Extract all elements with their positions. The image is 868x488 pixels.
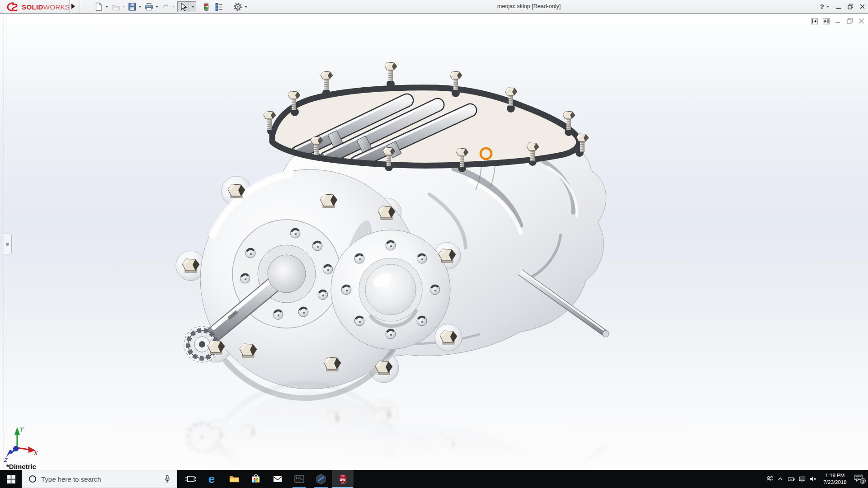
- view-orientation-label: *Dimetric: [6, 463, 36, 470]
- pane-left-icon[interactable]: [811, 17, 818, 25]
- svg-text:3: 3: [862, 479, 864, 483]
- command-prompt-button[interactable]: C:\_: [288, 470, 310, 488]
- restore-button[interactable]: [844, 0, 856, 13]
- select-dropdown-cell[interactable]: [189, 2, 196, 12]
- store-icon: [250, 473, 262, 485]
- gear-icon[interactable]: [232, 1, 243, 12]
- printer-icon[interactable]: [143, 1, 154, 12]
- brand-solid: SOLID: [22, 3, 43, 11]
- system-tray: 1:19 PM 7/23/2018 3: [764, 470, 868, 488]
- clock-date: 7/23/2018: [818, 479, 852, 486]
- search-input[interactable]: [41, 475, 163, 483]
- clock-time: 1:19 PM: [818, 472, 852, 479]
- file-properties-button[interactable]: [213, 1, 224, 12]
- network-icon[interactable]: [797, 470, 807, 488]
- show-desktop-button[interactable]: [866, 470, 868, 488]
- battery-icon[interactable]: [786, 470, 797, 488]
- print-button[interactable]: [143, 1, 158, 12]
- taskbar-search[interactable]: [22, 470, 177, 488]
- taskbar-apps: e: [180, 470, 354, 488]
- open-folder-icon: [110, 1, 121, 12]
- save-dropdown-caret[interactable]: [139, 6, 142, 8]
- people-icon[interactable]: [764, 470, 775, 488]
- document-restore-icon[interactable]: [846, 17, 854, 25]
- triad-x-label: X: [33, 450, 38, 456]
- windows-taskbar: e: [0, 470, 868, 488]
- triad-y-label: Y: [19, 427, 24, 433]
- save-button[interactable]: [127, 1, 142, 12]
- minimize-button[interactable]: [833, 0, 844, 13]
- gearbox-model[interactable]: [0, 14, 868, 470]
- cortana-icon: [28, 475, 37, 483]
- model-reflection: [176, 384, 609, 470]
- panel-tab-dot-icon: [6, 243, 9, 246]
- task-view-icon: [185, 473, 197, 485]
- undo-arrow-icon: [160, 1, 171, 12]
- select-tool-button[interactable]: [177, 1, 196, 12]
- volume-muted-icon[interactable]: [807, 470, 818, 488]
- undo-dropdown-caret: [172, 6, 175, 8]
- folder-icon: [228, 473, 240, 485]
- traffic-light-icon[interactable]: [201, 1, 212, 12]
- solidworks-logo: SOLIDWORKS: [6, 1, 70, 12]
- solidworks-window: SOLIDWORKS: [0, 0, 868, 488]
- help-button[interactable]: ?: [816, 3, 825, 10]
- feature-panel-collapsed-tab[interactable]: [4, 234, 12, 254]
- edge-icon: e: [207, 473, 218, 485]
- brand-works: WORKS: [43, 3, 70, 11]
- open-dropdown-caret: [123, 6, 125, 8]
- brand-text: SOLIDWORKS: [22, 3, 70, 11]
- svg-text:e: e: [208, 473, 215, 485]
- command-prompt-icon: C:\_: [293, 473, 305, 485]
- new-document-icon[interactable]: [93, 1, 104, 12]
- options-dropdown-caret[interactable]: [245, 6, 247, 8]
- document-minimize-icon[interactable]: [834, 17, 842, 25]
- task-view-button[interactable]: [180, 470, 202, 488]
- graphics-area[interactable]: Y X Z *Dimetric: [0, 14, 868, 470]
- action-center-icon: 3: [854, 473, 866, 485]
- print-dropdown-caret[interactable]: [156, 6, 158, 8]
- select-dropdown-caret[interactable]: [192, 6, 194, 8]
- separator: [80, 0, 80, 13]
- document-window-controls: [811, 17, 865, 25]
- new-document-button[interactable]: [93, 1, 108, 12]
- triad-z-label: Z: [4, 457, 8, 462]
- open-button[interactable]: [110, 1, 125, 12]
- pane-right-icon[interactable]: [822, 17, 830, 25]
- hexagon-app-button[interactable]: [310, 470, 332, 488]
- mail-icon: [272, 473, 283, 485]
- help-dropdown-caret[interactable]: [826, 6, 829, 8]
- store-button[interactable]: [245, 470, 267, 488]
- save-floppy-icon[interactable]: [127, 1, 137, 12]
- orientation-triad: Y X Z: [1, 426, 39, 462]
- properties-list-icon[interactable]: [213, 1, 224, 12]
- mail-button[interactable]: [267, 470, 288, 488]
- svg-text:C:\_: C:\_: [296, 476, 303, 480]
- title-bar: SOLIDWORKS: [0, 0, 868, 14]
- svg-text:2017: 2017: [341, 482, 346, 484]
- solidworks-app-icon: SW 2017: [337, 473, 349, 485]
- rebuild-button[interactable]: [201, 1, 212, 12]
- file-explorer-button[interactable]: [223, 470, 245, 488]
- 3ds-logo-icon: [6, 2, 20, 12]
- menu-flyout-arrow[interactable]: [71, 4, 75, 9]
- new-dropdown-caret[interactable]: [105, 6, 108, 8]
- cursor-arrow-icon[interactable]: [178, 1, 189, 12]
- select-tool-pressed[interactable]: [177, 1, 196, 12]
- separator: [69, 0, 70, 13]
- document-title: menjac sklop [Read-only]: [470, 0, 588, 13]
- document-close-icon[interactable]: [858, 17, 865, 25]
- hexagon-app-icon: [315, 473, 327, 485]
- options-button[interactable]: [232, 1, 247, 12]
- undo-button: [160, 1, 175, 12]
- windows-logo-icon: [7, 475, 15, 483]
- close-button[interactable]: [856, 0, 868, 13]
- taskbar-clock[interactable]: 1:19 PM 7/23/2018: [818, 472, 852, 486]
- solidworks-app-button[interactable]: SW 2017: [332, 470, 354, 488]
- edge-button[interactable]: e: [202, 470, 223, 488]
- hidden-icons-chevron[interactable]: [775, 470, 786, 488]
- microphone-icon[interactable]: [163, 475, 171, 483]
- start-button[interactable]: [0, 470, 22, 488]
